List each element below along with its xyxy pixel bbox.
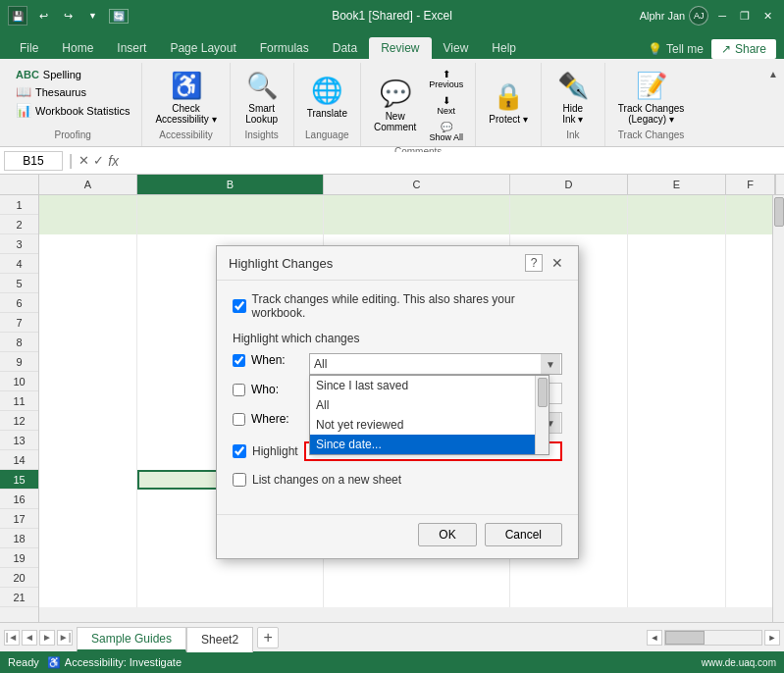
smart-lookup-button[interactable]: 🔍 SmartLookup [240,68,283,128]
row-scrollbar[interactable] [772,195,784,622]
cell-e18[interactable] [628,529,726,548]
track-changes-button[interactable]: 📝 Track Changes(Legacy) ▾ [613,68,689,128]
row-header-6[interactable]: 6 [0,293,38,313]
show-next-comment-button[interactable]: ⬇ Next [425,93,467,118]
when-select[interactable]: Since I last saved All Not yet reviewed … [309,353,562,375]
where-checkbox[interactable] [233,413,245,426]
translate-button[interactable]: 🌐 Translate [302,73,352,122]
ok-button[interactable]: OK [418,523,476,546]
cell-f15[interactable] [726,470,772,490]
list-changes-checkbox[interactable] [233,473,246,487]
cell-f4[interactable] [726,254,772,274]
cell-f9[interactable] [726,352,772,372]
close-button[interactable]: ✕ [759,8,776,25]
cell-a20[interactable] [39,568,137,588]
row-header-12[interactable]: 12 [0,411,38,431]
cell-e17[interactable] [628,509,726,529]
spelling-button[interactable]: ABC Spelling [12,67,133,82]
row-header-3[interactable]: 3 [0,234,38,254]
cell-c1[interactable] [324,195,510,215]
cell-f2[interactable] [726,215,772,234]
cell-e10[interactable] [628,372,726,391]
cell-b1[interactable] [137,195,324,215]
row-header-19[interactable]: 19 [0,548,38,568]
row-header-17[interactable]: 17 [0,509,38,529]
col-header-b[interactable]: B [137,175,324,194]
autosave-toggle[interactable]: 🔄 [109,9,129,24]
h-scroll-thumb[interactable] [665,631,705,645]
cell-e8[interactable] [628,333,726,352]
col-header-a[interactable]: A [39,175,137,194]
cell-f17[interactable] [726,509,772,529]
col-header-d[interactable]: D [510,175,628,194]
cell-f14[interactable] [726,450,772,470]
tell-me-area[interactable]: 💡 Tell me [648,42,704,56]
track-changes-checkbox[interactable] [233,299,246,313]
tab-page-layout[interactable]: Page Layout [158,37,247,59]
row-header-10[interactable]: 10 [0,372,38,391]
row-header-8[interactable]: 8 [0,333,38,352]
cell-c20[interactable] [324,568,510,588]
tab-review[interactable]: Review [369,37,431,59]
tab-formulas[interactable]: Formulas [248,37,321,59]
col-header-f[interactable]: F [726,175,775,194]
tab-view[interactable]: View [432,37,481,59]
h-scroll-right[interactable]: ► [764,630,780,646]
cancel-button[interactable]: Cancel [485,523,562,546]
cell-a19[interactable] [39,548,137,568]
cell-e3[interactable] [628,234,726,254]
sheet-nav-first[interactable]: |◄ [4,630,20,646]
row-header-13[interactable]: 13 [0,431,38,450]
user-avatar[interactable]: AJ [689,6,708,26]
formula-confirm-icon[interactable]: ✓ [93,153,104,169]
cell-a10[interactable] [39,372,137,391]
hide-ink-button[interactable]: ✒️ HideInk ▾ [552,68,594,128]
new-comment-button[interactable]: 💬 NewComment [369,76,421,135]
tab-file[interactable]: File [8,37,50,59]
cell-f10[interactable] [726,372,772,391]
cell-f12[interactable] [726,411,772,431]
cell-c21[interactable] [324,588,510,607]
share-button[interactable]: ↗ Share [711,39,776,59]
who-checkbox[interactable] [233,384,245,396]
sheet-nav-last[interactable]: ►| [57,630,73,646]
cell-e7[interactable] [628,313,726,333]
formula-function-icon[interactable]: fx [108,153,119,169]
tab-data[interactable]: Data [321,37,369,59]
highlight-on-screen-checkbox[interactable] [233,444,246,458]
cell-e2[interactable] [628,215,726,234]
dialog-close-button[interactable]: ✕ [549,254,566,272]
dropdown-item-not-yet-reviewed[interactable]: Not yet reviewed [310,415,549,435]
tab-help[interactable]: Help [480,37,528,59]
cell-f13[interactable] [726,431,772,450]
cell-e20[interactable] [628,568,726,588]
cell-b20[interactable] [137,568,324,588]
cell-a4[interactable] [39,254,137,274]
cell-a21[interactable] [39,588,137,607]
cell-a1[interactable] [39,195,137,215]
cell-a2[interactable] [39,215,137,234]
cell-f5[interactable] [726,274,772,293]
cell-a11[interactable] [39,391,137,411]
cell-a3[interactable] [39,234,137,254]
row-header-4[interactable]: 4 [0,254,38,274]
cell-b21[interactable] [137,588,324,607]
cell-a12[interactable] [39,411,137,431]
col-header-e[interactable]: E [628,175,726,194]
cell-d20[interactable] [510,568,628,588]
cell-e4[interactable] [628,254,726,274]
h-scroll-left[interactable]: ◄ [647,630,662,646]
add-sheet-button[interactable]: + [257,627,279,648]
cell-a17[interactable] [39,509,137,529]
row-header-16[interactable]: 16 [0,490,38,509]
formula-input[interactable] [123,152,780,170]
restore-button[interactable]: ❐ [736,8,754,25]
cell-a13[interactable] [39,431,137,450]
row-header-1[interactable]: 1 [0,195,38,215]
cell-a16[interactable] [39,490,137,509]
cell-f18[interactable] [726,529,772,548]
highlight-changes-dialog[interactable]: Highlight Changes ? ✕ Track changes whil… [216,245,579,559]
cell-a15[interactable] [39,470,137,490]
row-header-15[interactable]: 15 [0,470,38,490]
cell-e16[interactable] [628,490,726,509]
